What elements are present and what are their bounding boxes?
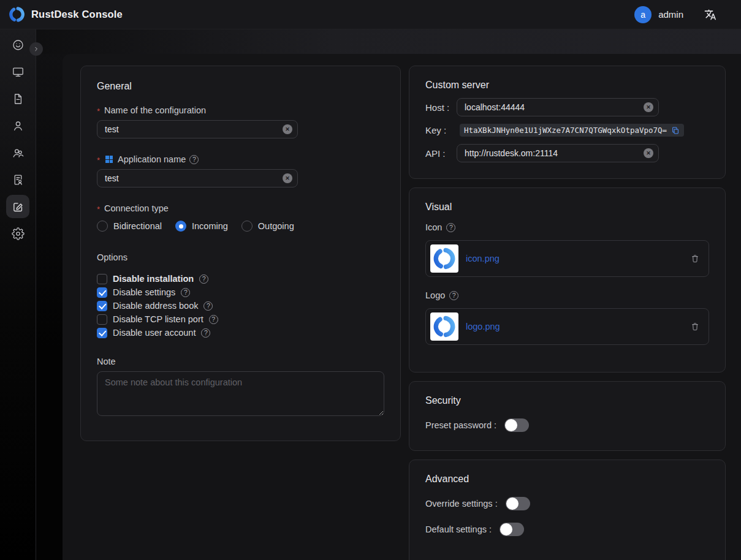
preset-password-label: Preset password : (425, 420, 496, 430)
key-row: Key : HtaXBkJNHyn0e1U1jWXze7A7CN7QTGWqxk… (425, 124, 709, 137)
sidebar-item-audit[interactable] (6, 168, 29, 191)
sidebar-item-dashboard[interactable] (6, 33, 29, 56)
checkbox-disable-installation[interactable]: Disable installation ? (97, 272, 384, 286)
default-settings-toggle[interactable] (500, 523, 524, 536)
sidebar-item-devices[interactable] (6, 60, 29, 83)
note-label: Note (97, 357, 384, 366)
trash-icon[interactable] (690, 322, 700, 331)
override-settings-row: Override settings : (425, 497, 709, 510)
sidebar (0, 29, 36, 560)
host-row: Host : ✕ (425, 98, 709, 116)
chevron-right-icon (32, 45, 40, 53)
general-title: General (97, 81, 384, 92)
icon-label: Icon ? (425, 222, 709, 232)
page-background: General * Name of the configuration ✕ * … (0, 29, 741, 560)
sidebar-item-groups[interactable] (6, 141, 29, 164)
avatar-initial: a (640, 10, 645, 20)
radio-outgoing[interactable]: Outgoing (241, 221, 294, 232)
username: admin (658, 9, 683, 20)
sidebar-item-logs[interactable] (6, 87, 29, 110)
card-security: Security Preset password : (409, 381, 726, 451)
override-settings-label: Override settings : (425, 499, 498, 509)
preset-password-toggle[interactable] (504, 418, 529, 432)
default-settings-label: Default settings : (425, 524, 492, 534)
audit-log-icon (12, 173, 25, 186)
key-value: HtaXBkJNHyn0e1U1jWXze7A7CN7QTGWqxkOtpaVp… (464, 126, 667, 135)
security-title: Security (425, 395, 709, 406)
checkbox-disable-address-book[interactable]: Disable address book ? (97, 299, 384, 312)
checkbox-icon (97, 314, 107, 325)
settings-icon (12, 227, 25, 240)
sidebar-item-custom-client[interactable] (6, 195, 29, 218)
user-menu[interactable]: a admin (634, 6, 683, 23)
api-input[interactable] (457, 144, 659, 162)
logo-file-link[interactable]: logo.png (466, 322, 500, 331)
rustdesk-logo-icon (433, 247, 456, 270)
key-label: Key : (425, 125, 457, 135)
app-header: RustDesk Console a admin (0, 0, 741, 29)
api-row: API : ✕ (425, 144, 709, 162)
name-input[interactable] (97, 120, 298, 138)
checkbox-icon (97, 328, 107, 338)
radio-icon (241, 221, 253, 232)
custom-server-title: Custom server (425, 80, 709, 91)
logo-label: Logo ? (425, 290, 709, 300)
clear-icon[interactable]: ✕ (283, 124, 292, 134)
checkbox-disable-tcp-listen-port[interactable]: Disable TCP listen port ? (97, 312, 384, 326)
content-columns: General * Name of the configuration ✕ * … (63, 54, 741, 560)
user-icon (12, 119, 25, 132)
card-custom-server: Custom server Host : ✕ Key : HtaXBkJNHyn… (409, 66, 726, 179)
clear-icon[interactable]: ✕ (644, 148, 653, 158)
windows-icon (104, 154, 114, 164)
help-icon[interactable]: ? (203, 301, 213, 311)
help-icon[interactable]: ? (199, 274, 208, 284)
host-input-wrap: ✕ (457, 98, 659, 116)
sidebar-item-users[interactable] (6, 114, 29, 137)
note-textarea[interactable] (97, 371, 384, 416)
icon-file-link[interactable]: icon.png (466, 254, 500, 263)
options-label: Options (97, 252, 384, 262)
rustdesk-logo-icon (9, 6, 25, 23)
checkbox-disable-settings[interactable]: Disable settings ? (97, 286, 384, 299)
help-icon[interactable]: ? (201, 328, 210, 338)
app-title: RustDesk Console (31, 9, 123, 20)
document-icon (12, 93, 25, 105)
help-icon[interactable]: ? (209, 315, 218, 324)
trash-icon[interactable] (690, 254, 700, 263)
header-right: a admin (634, 6, 732, 23)
card-advanced: Advanced Override settings : Default set… (409, 460, 726, 560)
help-icon[interactable]: ? (446, 223, 455, 232)
sidebar-item-settings[interactable] (6, 222, 29, 245)
rustdesk-logo-icon (433, 315, 456, 338)
radio-icon (97, 221, 108, 232)
app-name-input[interactable] (97, 169, 298, 187)
clear-icon[interactable]: ✕ (644, 102, 653, 112)
edit-icon (12, 200, 25, 213)
copy-icon[interactable] (671, 126, 680, 135)
radio-incoming[interactable]: Incoming (175, 221, 228, 232)
monitor-icon (12, 66, 25, 78)
avatar[interactable]: a (634, 6, 652, 23)
options-list: Disable installation ? Disable settings … (97, 272, 384, 339)
required-asterisk: * (97, 205, 100, 214)
users-icon (12, 146, 25, 159)
help-icon[interactable]: ? (189, 155, 199, 164)
override-settings-toggle[interactable] (506, 497, 530, 510)
icon-thumbnail (430, 244, 458, 273)
visual-title: Visual (425, 202, 709, 213)
help-icon[interactable]: ? (181, 288, 190, 297)
required-asterisk: * (97, 156, 100, 165)
checkbox-disable-user-account[interactable]: Disable user account ? (97, 326, 384, 339)
radio-icon (175, 221, 186, 232)
app-name-input-wrap: ✕ (97, 169, 298, 187)
radio-bidirectional[interactable]: Bidirectional (97, 221, 162, 232)
translate-icon[interactable] (704, 9, 716, 21)
smiley-icon (12, 39, 25, 51)
host-input[interactable] (457, 98, 659, 116)
clear-icon[interactable]: ✕ (283, 173, 292, 183)
sidebar-collapse-button[interactable] (29, 42, 43, 56)
help-icon[interactable]: ? (449, 291, 458, 300)
right-column: Custom server Host : ✕ Key : HtaXBkJNHyn… (409, 66, 726, 560)
api-input-wrap: ✕ (457, 144, 659, 162)
default-settings-row: Default settings : (425, 523, 709, 536)
